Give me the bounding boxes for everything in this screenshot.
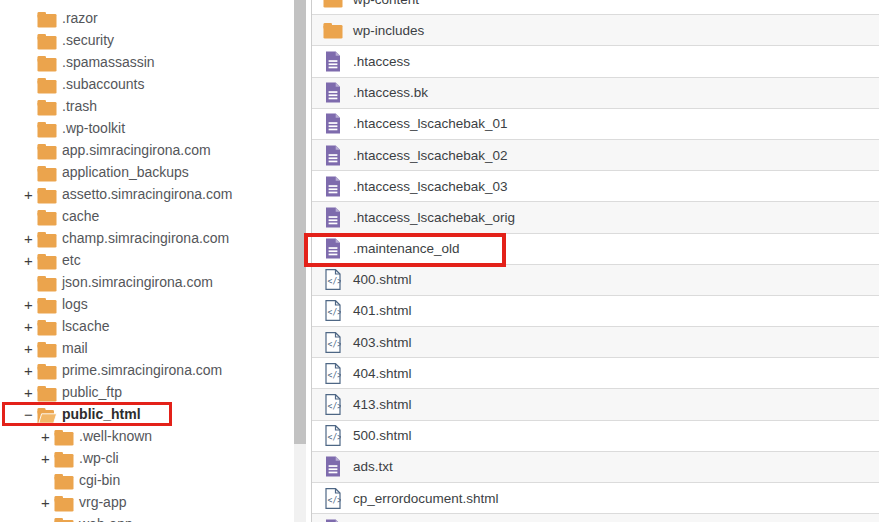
- tree-item-label: prime.simracingirona.com: [62, 359, 222, 381]
- file-text-icon: [322, 206, 344, 228]
- file-row-413-shtml[interactable]: </>413.shtml: [312, 389, 879, 420]
- tree-item-application-backups[interactable]: application_backups: [0, 161, 292, 183]
- folder-tree-panel: .razor.security.spamassassin.subaccounts…: [0, 7, 292, 522]
- file-row--htaccess-lscachebak-01[interactable]: .htaccess_lscachebak_01: [312, 109, 879, 140]
- file-name: 403.shtml: [353, 327, 412, 358]
- tree-item-champ-simracingirona-com[interactable]: +champ.simracingirona.com: [0, 227, 292, 249]
- expand-icon[interactable]: +: [41, 495, 54, 510]
- tree-item-prime-simracingirona-com[interactable]: +prime.simracingirona.com: [0, 359, 292, 381]
- tree-item--razor[interactable]: .razor: [0, 7, 292, 29]
- file-row-500-shtml[interactable]: </>500.shtml: [312, 421, 879, 452]
- file-text-icon: [322, 238, 344, 260]
- expand-icon[interactable]: +: [24, 341, 37, 356]
- tree-item-web-app[interactable]: web-app: [0, 513, 292, 522]
- expand-icon[interactable]: +: [24, 385, 37, 400]
- tree-item-public-ftp[interactable]: +public_ftp: [0, 381, 292, 403]
- tree-item-label: .security: [62, 29, 114, 51]
- tree-item-logs[interactable]: +logs: [0, 293, 292, 315]
- tree-item-lscache[interactable]: +lscache: [0, 315, 292, 337]
- tree-item-cgi-bin[interactable]: cgi-bin: [0, 469, 292, 491]
- file-row--maintenance-old[interactable]: .maintenance_old: [312, 234, 879, 265]
- tree-item-label: public_html: [62, 403, 141, 425]
- tree-item-mail[interactable]: +mail: [0, 337, 292, 359]
- file-name: 413.shtml: [353, 389, 412, 420]
- folder-icon: [54, 517, 74, 522]
- tree-item-json-simracingirona-com[interactable]: json.simracingirona.com: [0, 271, 292, 293]
- tree-item-vrg-app[interactable]: +vrg-app: [0, 491, 292, 513]
- folder-icon: [37, 77, 57, 94]
- file-name: .htaccess_lscachebak_03: [353, 171, 508, 202]
- tree-item-app-simracingirona-com[interactable]: app.simracingirona.com: [0, 139, 292, 161]
- file-row-partial[interactable]: [312, 514, 879, 522]
- file-row--htaccess[interactable]: .htaccess: [312, 46, 879, 77]
- expand-icon[interactable]: +: [24, 363, 37, 378]
- file-list-panel: wp-contentwp-includes.htaccess.htaccess.…: [311, 0, 879, 522]
- folder-icon: [37, 187, 57, 204]
- folder-icon: [37, 121, 57, 138]
- tree-item-label: .subaccounts: [62, 73, 145, 95]
- tree-item-cache[interactable]: cache: [0, 205, 292, 227]
- file-row--htaccess-lscachebak-orig[interactable]: .htaccess_lscachebak_orig: [312, 202, 879, 233]
- file-row-cp-errordocument-shtml[interactable]: </>cp_errordocument.shtml: [312, 483, 879, 514]
- expand-icon[interactable]: +: [24, 253, 37, 268]
- folder-icon: [37, 341, 57, 358]
- tree-scrollbar-thumb[interactable]: [294, 0, 306, 444]
- expand-icon[interactable]: +: [24, 319, 37, 334]
- file-code-icon: </>: [322, 331, 344, 353]
- tree-item-label: .trash: [62, 95, 97, 117]
- file-row-404-shtml[interactable]: </>404.shtml: [312, 358, 879, 389]
- expand-icon[interactable]: +: [24, 297, 37, 312]
- tree-item-label: etc: [62, 249, 81, 271]
- file-name: cp_errordocument.shtml: [353, 483, 499, 514]
- folder-icon: [37, 319, 57, 336]
- expand-icon[interactable]: +: [24, 187, 37, 202]
- folder-icon: [322, 19, 344, 41]
- tree-item-label: json.simracingirona.com: [62, 271, 213, 293]
- folder-open-icon: [37, 407, 57, 424]
- file-code-icon: </>: [322, 300, 344, 322]
- file-row-wp-includes[interactable]: wp-includes: [312, 15, 879, 46]
- file-row--htaccess-lscachebak-03[interactable]: .htaccess_lscachebak_03: [312, 171, 879, 202]
- svg-text:</>: </>: [328, 339, 341, 348]
- tree-item-assetto-simracingirona-com[interactable]: +assetto.simracingirona.com: [0, 183, 292, 205]
- tree-item-label: mail: [62, 337, 88, 359]
- file-row-403-shtml[interactable]: </>403.shtml: [312, 327, 879, 358]
- folder-icon: [322, 0, 344, 10]
- file-text-icon: [322, 82, 344, 104]
- folder-icon: [37, 55, 57, 72]
- expand-icon[interactable]: +: [24, 231, 37, 246]
- tree-item--subaccounts[interactable]: .subaccounts: [0, 73, 292, 95]
- tree-item--well-known[interactable]: +.well-known: [0, 425, 292, 447]
- tree-item--security[interactable]: .security: [0, 29, 292, 51]
- file-row--htaccess-lscachebak-02[interactable]: .htaccess_lscachebak_02: [312, 140, 879, 171]
- tree-item--spamassassin[interactable]: .spamassassin: [0, 51, 292, 73]
- tree-item-public-html[interactable]: −public_html: [0, 403, 292, 425]
- file-name: .htaccess_lscachebak_01: [353, 108, 508, 139]
- tree-item-label: vrg-app: [79, 491, 126, 513]
- file-row-400-shtml[interactable]: </>400.shtml: [312, 265, 879, 296]
- svg-text:</>: </>: [328, 433, 341, 442]
- tree-item-label: public_ftp: [62, 381, 122, 403]
- expand-icon[interactable]: +: [41, 451, 54, 466]
- file-name: 401.shtml: [353, 295, 412, 326]
- tree-item-label: web-app: [79, 513, 133, 522]
- tree-item--trash[interactable]: .trash: [0, 95, 292, 117]
- tree-item-label: assetto.simracingirona.com: [62, 183, 232, 205]
- folder-icon: [37, 143, 57, 160]
- tree-item--wp-cli[interactable]: +.wp-cli: [0, 447, 292, 469]
- tree-item-label: application_backups: [62, 161, 189, 183]
- file-row--htaccess-bk[interactable]: .htaccess.bk: [312, 78, 879, 109]
- file-row-wp-content[interactable]: wp-content: [312, 0, 879, 15]
- tree-item-label: .well-known: [79, 425, 152, 447]
- folder-icon: [37, 209, 57, 226]
- file-row-401-shtml[interactable]: </>401.shtml: [312, 296, 879, 327]
- expand-icon[interactable]: +: [41, 429, 54, 444]
- file-text-icon: [322, 113, 344, 135]
- collapse-icon[interactable]: −: [24, 407, 37, 422]
- tree-item--wp-toolkit[interactable]: .wp-toolkit: [0, 117, 292, 139]
- tree-item-label: .wp-toolkit: [62, 117, 125, 139]
- file-row-ads-txt[interactable]: ads.txt: [312, 452, 879, 483]
- tree-item-etc[interactable]: +etc: [0, 249, 292, 271]
- file-name: ads.txt: [353, 451, 393, 482]
- tree-item-label: cache: [62, 205, 99, 227]
